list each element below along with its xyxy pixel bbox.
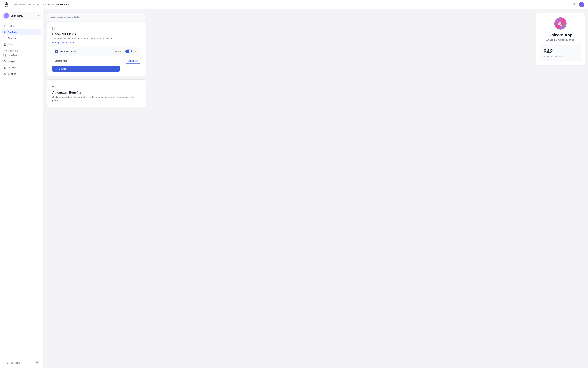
- svg-point-13: [5, 56, 6, 56]
- breadcrumb-dashboard[interactable]: Dashboard: [14, 3, 25, 6]
- product-avatar: 🦄: [554, 17, 567, 30]
- required-toggle[interactable]: [125, 49, 132, 53]
- breadcrumb-sep-1: /: [26, 3, 27, 6]
- analytics-label: Analytics: [8, 60, 17, 63]
- automated-benefits-card: ∞ Automated Benefits Configure which ben…: [47, 79, 146, 107]
- doc-label: Documentation: [7, 362, 20, 364]
- remove-field-button[interactable]: ✕: [134, 49, 138, 54]
- accepted-terms-row: Accepted terms Required ✕: [52, 47, 141, 56]
- workspace-name: Unicorn Dev: [10, 15, 37, 17]
- price-card: $42 Before VAT and taxes: [540, 45, 581, 61]
- workspace-chevron-icon: ▾: [38, 15, 39, 17]
- right-panel: 🦄 Unicorn App An app that makes you shin…: [533, 9, 588, 368]
- source-label: Source: [59, 67, 66, 70]
- user-avatar[interactable]: U: [579, 2, 584, 7]
- finance-label: Finance: [8, 66, 16, 69]
- accepted-terms-label: Accepted terms: [60, 50, 112, 53]
- sidebar-item-sales[interactable]: Sales: [2, 41, 41, 47]
- svg-rect-5: [5, 26, 6, 27]
- products-icon: [3, 30, 6, 34]
- source-pill[interactable]: Source: [52, 66, 120, 72]
- price-amount: $42: [543, 48, 577, 55]
- org-nav-label: ORGANIZATION: [2, 49, 41, 52]
- app-logo[interactable]: [4, 2, 9, 7]
- settings-icon: [3, 72, 6, 75]
- checkout-icon: [ ]: [52, 26, 141, 30]
- automated-benefits-desc: Configure which benefits you want to gra…: [52, 95, 141, 102]
- breadcrumb-sep-3: /: [52, 3, 53, 6]
- analytics-icon: [3, 60, 6, 63]
- svg-rect-6: [4, 26, 5, 27]
- price-note: Before VAT and taxes: [543, 55, 577, 58]
- product-preview-card: 🦄 Unicorn App An app that makes you shin…: [536, 13, 585, 66]
- search-icon: [3, 362, 6, 364]
- home-label: Home: [8, 25, 14, 27]
- workspace-selector[interactable]: Unicorn Dev ▾: [2, 12, 41, 20]
- sidebar-item-benefits[interactable]: Benefits: [2, 35, 41, 41]
- main-content: recommended for optimal display. [ ] Che…: [43, 9, 533, 368]
- topnav: Dashboard / Unicorn Dev / Products / Cre…: [0, 0, 588, 9]
- add-field-button[interactable]: Add field: [125, 58, 141, 64]
- sidebar-footer: Documentation ⌘K: [2, 358, 41, 366]
- notification-badge: [574, 2, 576, 4]
- field-actions: Select a field ▾ Add field: [52, 58, 141, 64]
- select-field-dropdown[interactable]: Select a field ▾: [52, 58, 124, 64]
- documentation-item[interactable]: Documentation ⌘K: [2, 360, 41, 366]
- workspace-avatar: [3, 13, 9, 18]
- benefits-label: Benefits: [8, 37, 16, 39]
- toggle-knob: [129, 50, 131, 53]
- storefront-label: Storefront: [8, 54, 17, 56]
- list-icon: [55, 67, 57, 70]
- image-hint-text: recommended for optimal display.: [50, 16, 80, 18]
- accepted-terms-checkbox[interactable]: [55, 50, 58, 53]
- sidebar-item-finance[interactable]: Finance: [2, 65, 41, 71]
- svg-rect-10: [4, 54, 5, 56]
- svg-point-7: [4, 31, 6, 33]
- svg-point-12: [4, 56, 4, 56]
- checkout-fields-card: [ ] Checkout Fields Ask for additional i…: [47, 22, 146, 76]
- product-tagline: An app that makes you shine.: [546, 39, 575, 41]
- keyboard-shortcut: ⌘K: [35, 361, 39, 364]
- checkout-fields-title: Checkout Fields: [52, 32, 141, 36]
- benefits-section-icon: ∞: [52, 84, 141, 89]
- storefront-icon: [3, 54, 6, 57]
- sidebar-item-storefront[interactable]: Storefront: [2, 52, 41, 58]
- sidebar: Unicorn Dev ▾ Home: [0, 9, 43, 368]
- svg-rect-3: [4, 25, 5, 26]
- topnav-right: U: [571, 2, 584, 7]
- sales-label: Sales: [8, 43, 13, 46]
- doc-left: Documentation: [3, 362, 20, 364]
- products-label: Products: [8, 31, 17, 33]
- sidebar-item-home[interactable]: Home: [2, 23, 41, 29]
- breadcrumb-sep-2: /: [41, 3, 41, 6]
- select-field-placeholder: Select a field: [54, 60, 67, 62]
- main-nav: Home Products Benefits: [2, 23, 41, 47]
- breadcrumb: Dashboard / Unicorn Dev / Products / Cre…: [14, 3, 69, 6]
- benefits-icon: [3, 37, 6, 40]
- home-icon: [3, 24, 6, 28]
- org-nav: ORGANIZATION Storefront: [2, 49, 41, 77]
- select-chevron-icon: ▾: [120, 60, 121, 62]
- svg-rect-4: [5, 25, 6, 26]
- breadcrumb-create-product: Create Product: [54, 3, 69, 6]
- product-name: Unicorn App: [548, 33, 572, 37]
- svg-point-8: [5, 32, 5, 32]
- automated-benefits-title: Automated Benefits: [52, 91, 141, 94]
- breadcrumb-products[interactable]: Products: [43, 3, 51, 6]
- settings-label: Settings: [8, 73, 16, 75]
- manage-custom-fields-link[interactable]: Manage Custom Fields: [52, 41, 74, 44]
- sidebar-item-analytics[interactable]: Analytics: [2, 59, 41, 64]
- sales-icon: [3, 43, 6, 46]
- sidebar-item-settings[interactable]: Settings: [2, 71, 41, 77]
- required-label: Required: [114, 50, 122, 52]
- finance-icon: [3, 66, 6, 69]
- svg-line-25: [5, 363, 6, 364]
- checkout-fields-desc: Ask for additional information from the …: [52, 37, 141, 40]
- breadcrumb-unicorn-dev[interactable]: Unicorn Dev: [27, 3, 39, 6]
- notification-button[interactable]: [571, 2, 576, 7]
- image-hint-card: recommended for optimal display.: [47, 13, 146, 21]
- svg-marker-11: [5, 55, 6, 56]
- sidebar-item-products[interactable]: Products: [2, 29, 41, 35]
